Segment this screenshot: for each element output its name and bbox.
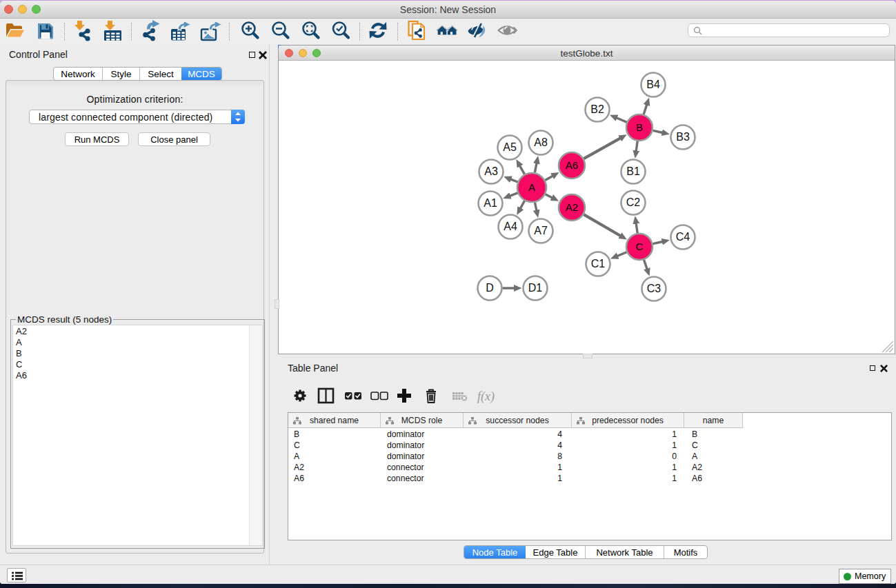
svg-text:C2: C2: [626, 196, 641, 208]
svg-text:B1: B1: [626, 165, 640, 177]
svg-text:A8: A8: [534, 136, 548, 148]
svg-text:B2: B2: [590, 103, 604, 115]
svg-text:C4: C4: [676, 231, 690, 243]
svg-text:A7: A7: [534, 225, 548, 236]
svg-text:A2: A2: [566, 201, 578, 213]
svg-text:A6: A6: [566, 159, 578, 171]
svg-text:A4: A4: [504, 221, 517, 232]
svg-text:f(x): f(x): [477, 389, 495, 404]
svg-text:B: B: [636, 121, 643, 133]
svg-text:A3: A3: [484, 165, 498, 177]
svg-text:B3: B3: [676, 131, 690, 143]
svg-text:C: C: [636, 241, 644, 252]
svg-text:A1: A1: [484, 197, 497, 209]
svg-text:D1: D1: [528, 282, 543, 294]
svg-text:C1: C1: [591, 258, 606, 270]
svg-text:B4: B4: [646, 79, 660, 90]
svg-text:C3: C3: [647, 283, 661, 294]
svg-text:A5: A5: [503, 141, 517, 153]
svg-text:A: A: [528, 181, 535, 193]
svg-text:D: D: [486, 282, 494, 294]
